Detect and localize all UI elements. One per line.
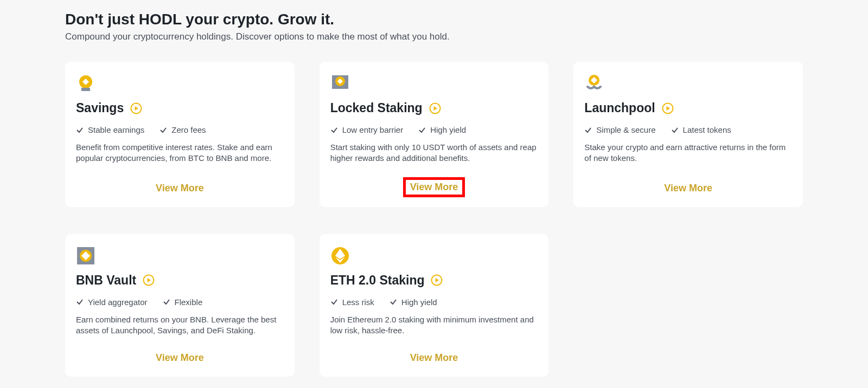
- feature-item: Low entry barrier: [330, 125, 404, 134]
- check-icon: [330, 298, 338, 306]
- svg-marker-10: [433, 106, 437, 111]
- play-icon[interactable]: [431, 274, 443, 286]
- card-title-row: Locked Staking: [330, 101, 538, 115]
- card-title-row: ETH 2.0 Staking: [330, 273, 538, 288]
- card-title-row: Savings: [76, 101, 284, 115]
- features-row: Stable earnings Zero fees: [76, 125, 284, 134]
- check-icon: [671, 126, 679, 134]
- feature-label: High yield: [430, 125, 466, 134]
- check-icon: [418, 126, 426, 134]
- check-icon: [76, 126, 84, 134]
- play-icon[interactable]: [130, 102, 142, 114]
- page-title: Don't just HODL your crypto. Grow it.: [65, 11, 803, 28]
- svg-rect-2: [81, 88, 90, 91]
- card-description: Stake your crypto and earn attractive re…: [584, 142, 792, 166]
- check-icon: [159, 126, 167, 134]
- feature-item: Stable earnings: [76, 125, 144, 134]
- feature-label: Flexible: [175, 298, 203, 307]
- feature-label: Stable earnings: [88, 125, 144, 134]
- features-row: Yield aggregator Flexible: [76, 298, 284, 307]
- feature-label: Latest tokens: [683, 125, 731, 134]
- card-title: ETH 2.0 Staking: [330, 273, 425, 288]
- view-more-wrap: View More: [330, 177, 538, 197]
- card-title: Savings: [76, 101, 124, 115]
- feature-item: Flexible: [163, 298, 203, 307]
- card-description: Benefit from competitive interest rates.…: [76, 142, 284, 166]
- feature-item: High yield: [418, 125, 466, 134]
- card-locked-staking: Locked Staking Low entry barrier: [320, 62, 549, 207]
- svg-marker-19: [148, 278, 151, 282]
- page-subtitle: Compound your cryptocurrency holdings. D…: [65, 31, 803, 42]
- view-more-button[interactable]: View More: [149, 349, 210, 367]
- view-more-button[interactable]: View More: [658, 179, 719, 197]
- check-icon: [390, 298, 397, 306]
- feature-label: Low entry barrier: [342, 125, 404, 134]
- view-more-button[interactable]: View More: [404, 349, 465, 367]
- feature-label: Yield aggregator: [88, 298, 148, 307]
- features-row: Low entry barrier High yield: [330, 125, 538, 134]
- feature-item: Latest tokens: [671, 125, 731, 134]
- check-icon: [76, 298, 84, 306]
- card-savings: Savings Stable earnings: [65, 62, 295, 207]
- view-more-wrap: View More: [76, 179, 284, 197]
- feature-label: Less risk: [342, 298, 374, 307]
- bnb-vault-icon: [76, 246, 95, 266]
- feature-item: Less risk: [330, 298, 374, 307]
- play-icon[interactable]: [662, 102, 674, 114]
- feature-item: Simple & secure: [584, 125, 655, 134]
- eth-staking-icon: [330, 246, 350, 266]
- view-more-button[interactable]: View More: [403, 177, 465, 197]
- cards-grid: Savings Stable earnings: [65, 62, 803, 377]
- card-eth-staking: ETH 2.0 Staking Less risk: [320, 234, 549, 377]
- card-description: Earn combined returns on your BNB. Lever…: [76, 314, 284, 337]
- play-icon[interactable]: [429, 102, 441, 114]
- check-icon: [330, 126, 338, 134]
- svg-rect-8: [332, 89, 348, 92]
- card-description: Start staking with only 10 USDT worth of…: [330, 142, 538, 164]
- view-more-wrap: View More: [330, 349, 538, 367]
- view-more-wrap: View More: [584, 179, 792, 197]
- card-title: BNB Vault: [76, 273, 136, 288]
- card-title: Launchpool: [584, 101, 655, 115]
- card-title: Locked Staking: [330, 101, 423, 115]
- card-title-row: BNB Vault: [76, 273, 284, 288]
- svg-marker-24: [436, 278, 439, 282]
- svg-marker-4: [135, 106, 139, 111]
- play-icon[interactable]: [143, 274, 155, 286]
- view-more-button[interactable]: View More: [149, 179, 210, 197]
- feature-item: Zero fees: [159, 125, 206, 134]
- main-container: Don't just HODL your crypto. Grow it. Co…: [0, 0, 868, 388]
- feature-item: High yield: [390, 298, 437, 307]
- feature-label: Zero fees: [171, 125, 206, 134]
- feature-label: High yield: [401, 298, 437, 307]
- card-launchpool: Launchpool Simple & secure: [573, 62, 803, 207]
- launchpool-icon: [584, 74, 604, 93]
- card-title-row: Launchpool: [584, 101, 792, 115]
- check-icon: [163, 298, 170, 306]
- card-description: Join Ethereum 2.0 staking with minimum i…: [330, 314, 538, 337]
- feature-item: Yield aggregator: [76, 298, 148, 307]
- view-more-wrap: View More: [76, 349, 284, 367]
- feature-label: Simple & secure: [596, 125, 655, 134]
- card-bnb-vault: BNB Vault Yield aggregator: [65, 234, 295, 377]
- svg-marker-14: [666, 106, 670, 111]
- locked-staking-icon: [330, 74, 350, 93]
- features-row: Less risk High yield: [330, 298, 538, 307]
- features-row: Simple & secure Latest tokens: [584, 125, 792, 134]
- savings-icon: [76, 74, 95, 93]
- check-icon: [584, 126, 592, 134]
